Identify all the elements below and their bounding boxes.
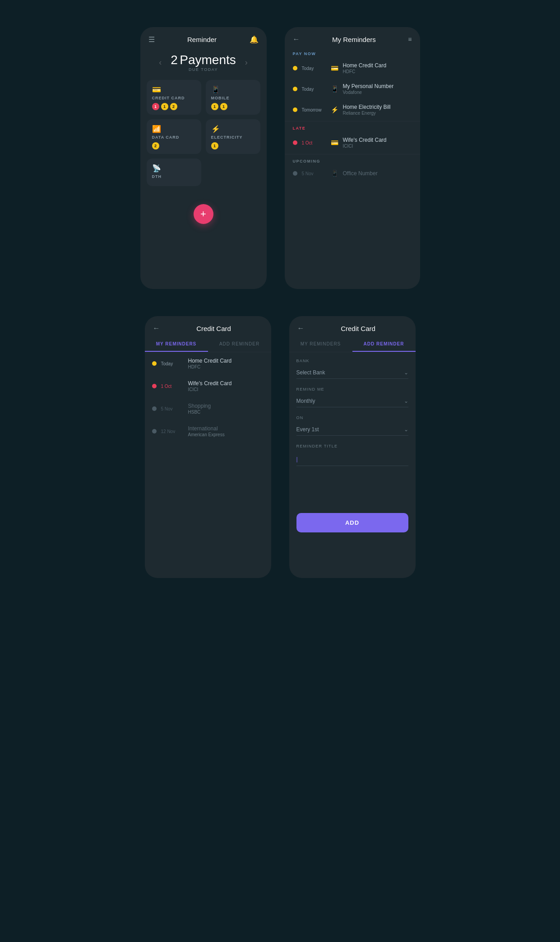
tile-electricity[interactable]: ⚡ ELECTRICITY 1: [206, 119, 260, 154]
tile-dth[interactable]: 📡 DTH: [147, 159, 201, 186]
reminder-sub: ICICI: [343, 144, 412, 149]
tile-data-card[interactable]: 📶 DATA CARD 2: [147, 119, 201, 154]
badge-yellow-1: 1: [211, 103, 218, 110]
reminder-name: Home Electricity Bill: [343, 104, 412, 110]
reminder-info: Home Electricity Bill Reliance Energy: [343, 104, 412, 116]
bank-section: BANK Select Bank ⌄: [289, 352, 416, 381]
reminder-name: Home Credit Card: [343, 62, 412, 69]
late-label: LATE: [285, 122, 420, 132]
tile-badges: 2: [152, 142, 196, 149]
item-info: International American Express: [188, 425, 264, 437]
upcoming-label: UPCOMING: [285, 155, 420, 165]
reminder-office-number[interactable]: 5 Nov 📱 Office Number: [285, 165, 420, 182]
screen-reminder: ☰ Reminder 🔔 ‹ 2 Payments DUE TODAY › 💳 …: [140, 27, 267, 289]
cursor: |: [296, 456, 298, 462]
cc-add-title: Credit Card: [309, 325, 407, 332]
dot-yellow: [152, 361, 157, 366]
item-date: 5 Nov: [161, 406, 184, 411]
reminder-wifes-card[interactable]: 1 Oct 💳 Wife's Credit Card ICICI: [285, 132, 420, 153]
dot-red: [152, 384, 157, 388]
item-name: Home Credit Card: [188, 358, 264, 364]
tile-badges: 1 1: [211, 103, 255, 110]
cc-item-shopping[interactable]: 5 Nov Shopping HSBC: [145, 397, 271, 420]
filter-icon[interactable]: ≡: [408, 36, 412, 43]
cc-add-header: ← Credit Card: [289, 316, 416, 337]
reminder-sub: Vodafone: [343, 90, 412, 95]
screen-credit-card-add: ← Credit Card MY REMINDERS ADD REMINDER …: [289, 316, 416, 578]
hero-sub: DUE TODAY: [171, 67, 236, 72]
reminder-info: Office Number: [343, 170, 412, 177]
dth-icon: 📡: [152, 164, 196, 173]
phone-icon: 📱: [331, 85, 338, 93]
on-select[interactable]: Every 1st ⌄: [296, 423, 408, 436]
item-info: Shopping HSBC: [188, 403, 264, 415]
item-info: Home Credit Card HDFC: [188, 358, 264, 369]
chevron-down-icon: ⌄: [404, 426, 408, 433]
screen-credit-card-list: ← Credit Card MY REMINDERS ADD REMINDER …: [145, 316, 271, 578]
reminder-personal-number[interactable]: Today 📱 My Personal Number Vodafone: [285, 79, 420, 99]
back-icon[interactable]: ←: [297, 324, 305, 332]
badge-yellow: 2: [152, 142, 159, 149]
chevron-down-icon: ⌄: [404, 369, 408, 376]
reminder-info: Wife's Credit Card ICICI: [343, 137, 412, 149]
reminder-header: ☰ Reminder 🔔: [140, 27, 267, 48]
cc-item-international[interactable]: 12 Nov International American Express: [145, 420, 271, 443]
item-name: Wife's Credit Card: [188, 380, 264, 387]
title-input[interactable]: |: [296, 456, 298, 462]
tab-bar: MY REMINDERS ADD REMINDER: [289, 337, 416, 352]
cc-item-home[interactable]: Today Home Credit Card HDFC: [145, 352, 271, 375]
screen-my-reminders: ← My Reminders ≡ PAY NOW Today 💳 Home Cr…: [285, 27, 420, 289]
divider: [285, 154, 420, 154]
tab-add-reminder[interactable]: ADD REMINDER: [208, 337, 271, 352]
dot-yellow: [293, 66, 297, 70]
tile-label: MOBILE: [211, 96, 255, 100]
back-icon[interactable]: ←: [153, 324, 160, 332]
electricity-icon: ⚡: [211, 125, 255, 133]
dot-gray: [293, 171, 297, 176]
divider: [285, 121, 420, 121]
back-icon[interactable]: ←: [293, 35, 300, 43]
hero-count: 2 Payments: [171, 53, 236, 67]
bank-select[interactable]: Select Bank ⌄: [296, 366, 408, 379]
item-date: 1 Oct: [161, 384, 184, 389]
item-sub: HDFC: [188, 364, 264, 369]
bank-value: Select Bank: [296, 369, 325, 376]
item-name: Shopping: [188, 403, 264, 409]
phone-icon: 📱: [331, 170, 338, 177]
tile-credit-card[interactable]: 💳 CREDIT CARD 1 1 2: [147, 80, 201, 115]
add-button[interactable]: ADD: [296, 513, 408, 532]
reminder-home-credit[interactable]: Today 💳 Home Credit Card HDFC: [285, 58, 420, 79]
bell-icon[interactable]: 🔔: [250, 35, 259, 44]
reminder-electricity[interactable]: Tomorrow ⚡ Home Electricity Bill Relianc…: [285, 99, 420, 120]
reminder-date: 5 Nov: [302, 171, 326, 176]
tab-add-reminder[interactable]: ADD REMINDER: [352, 337, 416, 352]
tab-my-reminders[interactable]: MY REMINDERS: [145, 337, 208, 352]
reminder-date: Today: [302, 66, 326, 71]
tile-label: ELECTRICITY: [211, 135, 255, 140]
card-icon: 💳: [331, 65, 338, 72]
pay-now-label: PAY NOW: [285, 48, 420, 58]
dot-gray: [152, 429, 157, 434]
remind-label: REMIND ME: [296, 387, 408, 392]
reminder-name: Office Number: [343, 170, 412, 177]
item-date: 12 Nov: [161, 429, 184, 434]
badge-red: 1: [152, 103, 159, 110]
badge-yellow: 1: [211, 142, 218, 149]
dot-yellow: [293, 87, 297, 91]
tile-label: DATA CARD: [152, 135, 196, 140]
hamburger-icon[interactable]: ☰: [148, 35, 155, 44]
badge-yellow-2: 1: [220, 103, 227, 110]
next-chevron-icon[interactable]: ›: [245, 58, 248, 67]
cc-item-wife[interactable]: 1 Oct Wife's Credit Card ICICI: [145, 375, 271, 397]
remind-select[interactable]: Monthly ⌄: [296, 394, 408, 407]
add-fab-button[interactable]: +: [194, 204, 213, 224]
tile-label: DTH: [152, 174, 196, 179]
hero-section: ‹ 2 Payments DUE TODAY ›: [140, 48, 267, 74]
tile-label: CREDIT CARD: [152, 96, 196, 100]
tile-mobile[interactable]: 📱 MOBILE 1 1: [206, 80, 260, 115]
hero-text: 2 Payments DUE TODAY: [171, 53, 236, 72]
reminder-date: Today: [302, 87, 326, 92]
prev-chevron-icon[interactable]: ‹: [159, 58, 162, 67]
tab-my-reminders[interactable]: MY REMINDERS: [289, 337, 352, 352]
tile-badges: 1: [211, 142, 255, 149]
